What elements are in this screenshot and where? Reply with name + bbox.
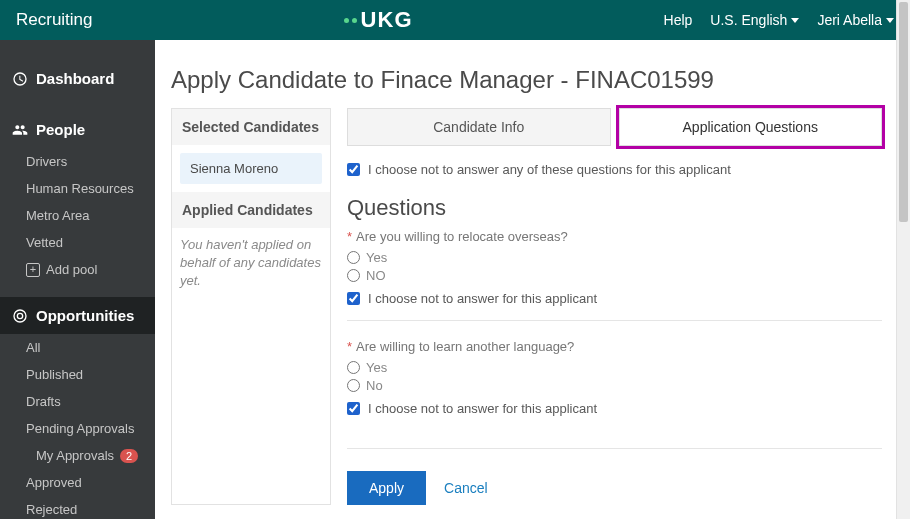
q2-option-no[interactable]: No: [347, 378, 882, 393]
question-1: *Are you willing to relocate overseas? Y…: [347, 229, 882, 321]
vertical-scrollbar[interactable]: [896, 0, 910, 519]
nav-people-vetted[interactable]: Vetted: [0, 229, 155, 256]
tab-candidate-info[interactable]: Candidate Info: [347, 108, 611, 146]
locale-label: U.S. English: [710, 12, 787, 28]
top-menu: Help U.S. English Jeri Abella: [664, 12, 894, 28]
logo-area: UKG: [93, 7, 664, 33]
nav-opp-drafts[interactable]: Drafts: [0, 388, 155, 415]
nav-opp-published[interactable]: Published: [0, 361, 155, 388]
form-actions: Apply Cancel: [347, 471, 882, 505]
question-text-label: Are you willing to relocate overseas?: [356, 229, 568, 244]
q1-option-no[interactable]: NO: [347, 268, 882, 283]
nav-item-label: Drivers: [26, 154, 67, 169]
nav-add-pool-label: Add pool: [46, 262, 97, 277]
applied-empty-text: You haven't applied on behalf of any can…: [180, 236, 322, 291]
question-1-text: *Are you willing to relocate overseas?: [347, 229, 882, 244]
nav-opportunities-label: Opportunities: [36, 307, 134, 324]
nav-dashboard[interactable]: Dashboard: [0, 60, 155, 97]
help-link[interactable]: Help: [664, 12, 693, 28]
nav-dashboard-label: Dashboard: [36, 70, 114, 87]
ukg-logo: UKG: [344, 7, 413, 33]
nav-item-label: My Approvals: [36, 448, 114, 463]
q1-option-yes[interactable]: Yes: [347, 250, 882, 265]
apply-button[interactable]: Apply: [347, 471, 426, 505]
nav-item-label: Metro Area: [26, 208, 90, 223]
selected-candidates-head: Selected Candidates: [172, 109, 330, 145]
skip-all-checkbox[interactable]: [347, 163, 360, 176]
q2-skip-checkbox[interactable]: [347, 402, 360, 415]
q2-option-yes[interactable]: Yes: [347, 360, 882, 375]
caret-down-icon: [791, 18, 799, 23]
top-bar: Recruiting UKG Help U.S. English Jeri Ab…: [0, 0, 910, 40]
skip-all-row[interactable]: I choose not to answer any of these ques…: [347, 162, 882, 177]
logo-dots-icon: [344, 18, 357, 23]
nav-opp-approved[interactable]: Approved: [0, 469, 155, 496]
required-icon: *: [347, 339, 352, 354]
user-label: Jeri Abella: [817, 12, 882, 28]
nav-opp-all[interactable]: All: [0, 334, 155, 361]
nav-item-label: Drafts: [26, 394, 61, 409]
nav-item-label: Human Resources: [26, 181, 134, 196]
required-icon: *: [347, 229, 352, 244]
page-title: Apply Candidate to Finace Manager - FINA…: [171, 66, 882, 94]
nav-item-label: Published: [26, 367, 83, 382]
nav-opp-pending[interactable]: Pending Approvals: [0, 415, 155, 442]
logo-text: UKG: [361, 7, 413, 33]
q2-radio-yes[interactable]: [347, 361, 360, 374]
nav-people-label: People: [36, 121, 85, 138]
q2-skip-label: I choose not to answer for this applican…: [368, 401, 597, 416]
target-icon: [12, 308, 28, 324]
plus-icon: +: [26, 263, 40, 277]
nav-people-hr[interactable]: Human Resources: [0, 175, 155, 202]
main-content: Apply Candidate to Finace Manager - FINA…: [155, 40, 910, 519]
cancel-button[interactable]: Cancel: [444, 480, 488, 496]
nav-people-metro[interactable]: Metro Area: [0, 202, 155, 229]
nav-add-pool[interactable]: + Add pool: [0, 256, 155, 283]
candidates-panel: Selected Candidates Sienna Moreno Applie…: [171, 108, 331, 505]
nav-item-label: Rejected: [26, 502, 77, 517]
nav-opportunities[interactable]: Opportunities: [0, 297, 155, 334]
nav-item-label: Pending Approvals: [26, 421, 134, 436]
caret-down-icon: [886, 18, 894, 23]
q1-radio-no[interactable]: [347, 269, 360, 282]
nav-item-label: Vetted: [26, 235, 63, 250]
option-label: No: [366, 378, 383, 393]
q1-skip-row[interactable]: I choose not to answer for this applican…: [347, 291, 882, 306]
questions-heading: Questions: [347, 195, 882, 221]
nav-opp-my-approvals[interactable]: My Approvals 2: [0, 442, 155, 469]
app-brand: Recruiting: [16, 10, 93, 30]
question-text-label: Are willing to learn another language?: [356, 339, 574, 354]
nav-people[interactable]: People: [0, 111, 155, 148]
question-2: *Are willing to learn another language? …: [347, 339, 882, 430]
q1-skip-checkbox[interactable]: [347, 292, 360, 305]
scroll-thumb[interactable]: [899, 2, 908, 222]
q2-radio-no[interactable]: [347, 379, 360, 392]
sidebar: Dashboard People Drivers Human Resources…: [0, 40, 155, 519]
q2-skip-row[interactable]: I choose not to answer for this applican…: [347, 401, 882, 416]
form-content: Candidate Info Application Questions I c…: [347, 108, 882, 505]
nav-item-label: Approved: [26, 475, 82, 490]
option-label: NO: [366, 268, 386, 283]
tab-application-questions[interactable]: Application Questions: [619, 108, 883, 146]
applied-candidates-head: Applied Candidates: [172, 192, 330, 228]
option-label: Yes: [366, 250, 387, 265]
nav-item-label: All: [26, 340, 40, 355]
people-icon: [12, 122, 28, 138]
nav-opp-rejected[interactable]: Rejected: [0, 496, 155, 519]
option-label: Yes: [366, 360, 387, 375]
question-2-text: *Are willing to learn another language?: [347, 339, 882, 354]
locale-dropdown[interactable]: U.S. English: [710, 12, 799, 28]
tabs: Candidate Info Application Questions: [347, 108, 882, 146]
skip-all-label: I choose not to answer any of these ques…: [368, 162, 731, 177]
selected-candidate-chip[interactable]: Sienna Moreno: [180, 153, 322, 184]
user-dropdown[interactable]: Jeri Abella: [817, 12, 894, 28]
help-label: Help: [664, 12, 693, 28]
q1-radio-yes[interactable]: [347, 251, 360, 264]
q1-skip-label: I choose not to answer for this applican…: [368, 291, 597, 306]
nav-people-drivers[interactable]: Drivers: [0, 148, 155, 175]
clock-icon: [12, 71, 28, 87]
approvals-badge: 2: [120, 449, 138, 463]
